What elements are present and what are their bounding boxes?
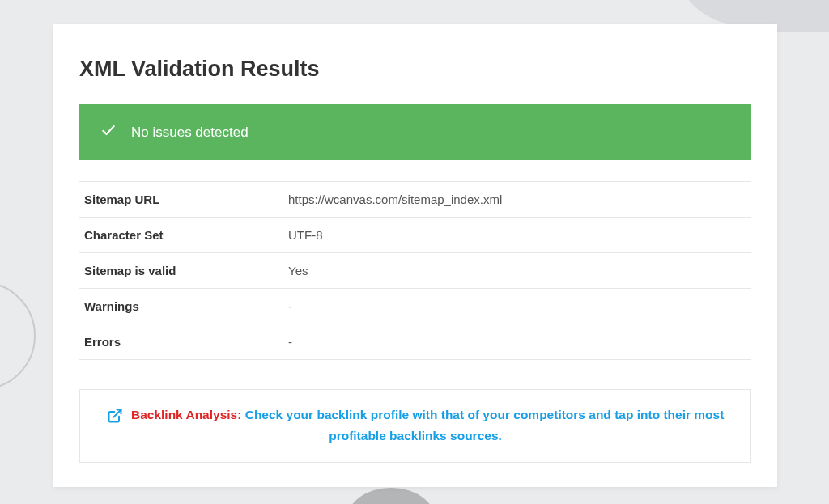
detail-label: Errors: [79, 324, 283, 360]
detail-value: -: [283, 324, 751, 360]
table-row: Sitemap is valid Yes: [79, 253, 751, 289]
check-icon: [100, 122, 117, 142]
promo-link[interactable]: Check your backlink profile with that of…: [245, 408, 725, 443]
detail-value: UTF-8: [283, 218, 751, 253]
results-card: XML Validation Results No issues detecte…: [53, 24, 777, 487]
promo-lead: Backlink Analysis:: [131, 408, 241, 421]
detail-value: https://wcanvas.com/sitemap_index.xml: [283, 182, 751, 218]
promo-banner: Backlink Analysis: Check your backlink p…: [79, 389, 751, 463]
status-banner: No issues detected: [79, 104, 751, 160]
external-link-icon: [107, 408, 123, 424]
detail-value: -: [283, 289, 751, 324]
detail-label: Sitemap is valid: [79, 253, 283, 289]
table-row: Warnings -: [79, 289, 751, 324]
page-title: XML Validation Results: [79, 57, 751, 82]
table-row: Sitemap URL https://wcanvas.com/sitemap_…: [79, 182, 751, 218]
detail-value: Yes: [283, 253, 751, 289]
detail-label: Sitemap URL: [79, 182, 283, 218]
details-table: Sitemap URL https://wcanvas.com/sitemap_…: [79, 181, 751, 360]
svg-line-0: [113, 409, 121, 417]
table-row: Character Set UTF-8: [79, 218, 751, 253]
detail-label: Character Set: [79, 218, 283, 253]
detail-label: Warnings: [79, 289, 283, 324]
bg-oval-shape: [346, 488, 436, 504]
status-message: No issues detected: [131, 125, 249, 141]
bg-circle-shape: [0, 282, 36, 390]
table-row: Errors -: [79, 324, 751, 360]
